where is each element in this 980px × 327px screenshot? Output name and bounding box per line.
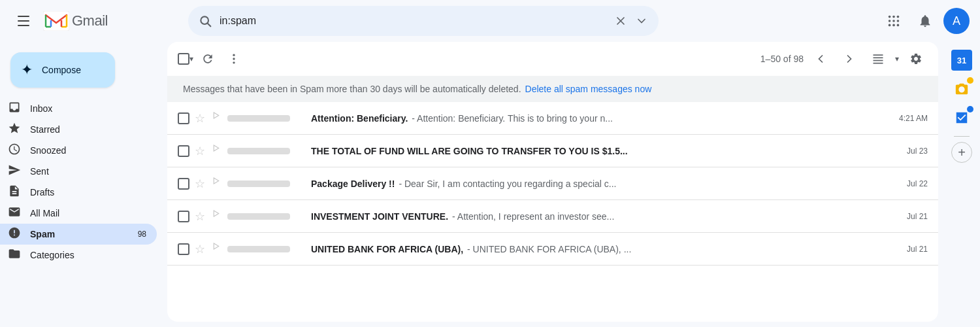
- svg-point-13: [897, 16, 900, 18]
- sidebar-item-starred[interactable]: Starred: [0, 119, 157, 140]
- svg-rect-23: [874, 54, 883, 56]
- spam-nav-label: Spam: [30, 229, 129, 239]
- topbar: Gmail: [0, 0, 980, 42]
- sent-nav-label: Sent: [30, 166, 146, 177]
- more-options-button[interactable]: [222, 47, 246, 71]
- sender-block-3: [227, 213, 306, 220]
- email-time-3: Jul 21: [895, 212, 928, 221]
- density-dropdown-arrow[interactable]: ▾: [895, 54, 899, 63]
- email-checkbox-4[interactable]: [178, 243, 189, 255]
- star-icon-2[interactable]: ☆: [195, 177, 205, 191]
- sidebar-item-snoozed[interactable]: Snoozed: [0, 140, 157, 161]
- email-checkbox-0[interactable]: [178, 112, 189, 124]
- email-subject-4: UNITED BANK FOR AFRICA (UBA),: [311, 244, 463, 254]
- email-snippet-3: - Attention, I represent an investor see…: [452, 211, 614, 222]
- density-settings-button[interactable]: [866, 47, 890, 71]
- hamburger-menu-button[interactable]: [10, 8, 37, 34]
- keep-app-icon[interactable]: [949, 76, 975, 102]
- compose-label: Compose: [42, 65, 81, 75]
- compose-plus-icon: ✦: [21, 63, 33, 77]
- spam-nav-badge: 98: [138, 230, 146, 239]
- email-time-0: 4:21 AM: [895, 114, 928, 123]
- right-panel: 31 +: [943, 42, 980, 327]
- sidebar-item-all-mail[interactable]: All Mail: [0, 203, 157, 224]
- calendar-app-icon[interactable]: 31: [949, 47, 975, 73]
- prev-page-button[interactable]: [809, 47, 832, 71]
- search-clear-icon[interactable]: [614, 14, 627, 27]
- sidebar-item-inbox[interactable]: Inbox: [0, 98, 157, 119]
- keep-badge: [967, 77, 973, 84]
- svg-line-8: [208, 24, 211, 27]
- email-content-1: THE TOTAL OF FUND WILL ARE GOING TO TRAN…: [311, 146, 890, 156]
- email-checkbox-3[interactable]: [178, 211, 189, 222]
- sidebar-item-spam[interactable]: Spam98: [0, 224, 157, 245]
- select-all-checkbox-wrap: ▾: [178, 53, 193, 65]
- starred-nav-icon: [8, 122, 21, 138]
- inbox-nav-label: Inbox: [30, 103, 146, 114]
- star-icon-3[interactable]: ☆: [195, 209, 205, 224]
- email-time-4: Jul 21: [895, 245, 928, 254]
- sidebar-item-sent[interactable]: Sent: [0, 161, 157, 182]
- compose-button[interactable]: ✦ Compose: [10, 52, 115, 88]
- gmail-logo: Gmail: [43, 11, 108, 31]
- sidebar-item-categories[interactable]: Categories: [0, 245, 157, 266]
- svg-point-12: [892, 16, 895, 18]
- email-toolbar: ▾ 1–50 of 98: [167, 42, 938, 76]
- settings-button[interactable]: [904, 47, 928, 71]
- sent-nav-icon: [8, 164, 21, 180]
- star-icon-4[interactable]: ☆: [195, 242, 205, 256]
- categories-nav-icon: [8, 247, 21, 264]
- search-input[interactable]: [220, 15, 606, 27]
- email-row[interactable]: ☆ UNITED BANK FOR AFRICA (UBA), - UNITED…: [167, 233, 938, 266]
- email-row[interactable]: ☆ THE TOTAL OF FUND WILL ARE GOING TO TR…: [167, 135, 938, 167]
- inbox-nav-icon: [8, 101, 21, 117]
- snooze-icon-1[interactable]: [210, 143, 222, 158]
- svg-point-19: [897, 24, 900, 27]
- svg-point-11: [889, 16, 891, 18]
- email-content-3: INVESTMENT JOINT VENTURE. - Attention, I…: [311, 211, 890, 222]
- search-options-icon[interactable]: [635, 14, 648, 27]
- email-checkbox-2[interactable]: [178, 178, 189, 190]
- sender-block-2: [227, 181, 306, 187]
- svg-rect-26: [874, 62, 883, 63]
- svg-rect-25: [874, 60, 883, 61]
- snoozed-nav-icon: [8, 143, 21, 159]
- refresh-button[interactable]: [196, 47, 220, 71]
- email-checkbox-1[interactable]: [178, 145, 189, 157]
- add-app-button[interactable]: +: [951, 142, 972, 163]
- select-all-checkbox[interactable]: [178, 53, 189, 65]
- pagination-text: 1–50 of 98: [760, 54, 804, 64]
- email-subject-1: THE TOTAL OF FUND WILL ARE GOING TO TRAN…: [311, 146, 628, 156]
- user-avatar[interactable]: A: [943, 8, 970, 34]
- toolbar-left: ▾: [178, 47, 246, 71]
- search-icon: [199, 14, 212, 27]
- select-dropdown-arrow[interactable]: ▾: [189, 54, 193, 63]
- email-snippet-0: - Attention: Beneficiary. This is to bri…: [412, 113, 613, 124]
- nav-items: InboxStarredSnoozedSentDraftsAll MailSpa…: [0, 98, 167, 266]
- apps-grid-button[interactable]: [881, 8, 907, 34]
- snooze-icon-2[interactable]: [210, 176, 222, 191]
- tasks-app-icon[interactable]: [949, 105, 975, 131]
- snooze-icon-0[interactable]: [210, 111, 222, 126]
- email-row[interactable]: ☆ INVESTMENT JOINT VENTURE. - Attention,…: [167, 200, 938, 233]
- star-icon-0[interactable]: ☆: [195, 111, 205, 126]
- right-panel-divider: [954, 136, 970, 137]
- gmail-text-label: Gmail: [72, 12, 108, 29]
- star-icon-1[interactable]: ☆: [195, 144, 205, 158]
- email-list: ☆ Attention: Beneficiary. - Attention: B…: [167, 102, 938, 322]
- next-page-button[interactable]: [838, 47, 861, 71]
- email-row[interactable]: ☆ Package Delivery !! - Dear Sir, I am c…: [167, 167, 938, 200]
- search-bar: [188, 6, 659, 36]
- svg-point-22: [233, 61, 235, 63]
- notifications-button[interactable]: [912, 8, 938, 34]
- drafts-nav-label: Drafts: [30, 187, 146, 198]
- snooze-icon-4[interactable]: [210, 241, 222, 256]
- tasks-badge: [967, 106, 973, 112]
- sidebar-item-drafts[interactable]: Drafts: [0, 182, 157, 203]
- snooze-icon-3[interactable]: [210, 209, 222, 224]
- email-snippet-4: - UNITED BANK FOR AFRICA (UBA), ...: [467, 244, 631, 254]
- email-content-2: Package Delivery !! - Dear Sir, I am con…: [311, 179, 890, 189]
- email-row[interactable]: ☆ Attention: Beneficiary. - Attention: B…: [167, 102, 938, 135]
- all-mail-nav-icon: [8, 205, 21, 222]
- delete-spam-link[interactable]: Delete all spam messages now: [525, 84, 652, 94]
